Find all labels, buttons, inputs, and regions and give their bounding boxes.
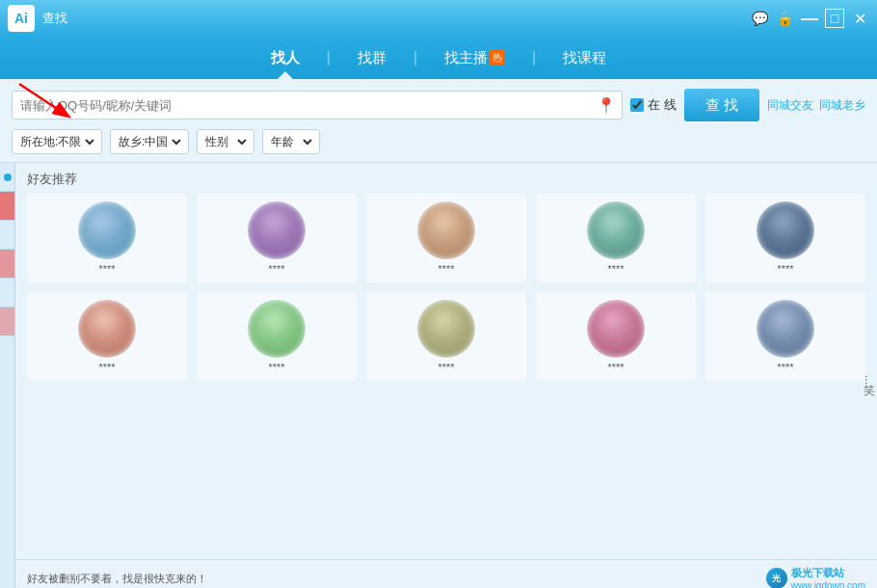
friend-name-10: ****	[777, 361, 793, 373]
tab-find-host[interactable]: 找主播 热	[417, 37, 532, 79]
online-label: 在 线	[648, 96, 677, 114]
hometown-filter[interactable]: 故乡:中国	[110, 129, 189, 154]
nav-bar: 找人 | 找群 | 找主播 热 | 找课程	[0, 37, 877, 79]
friend-card-4[interactable]: ****	[536, 194, 696, 282]
sidebar-indicator-3	[0, 221, 14, 250]
friend-card-10[interactable]: ****	[705, 292, 865, 381]
watermark: 光 极光下载站 www.jgdown.com	[766, 566, 865, 588]
right-edge-text: 笑...	[861, 375, 877, 385]
friend-avatar-9	[587, 300, 645, 358]
friend-avatar-7	[248, 300, 306, 358]
tab-find-course[interactable]: 找课程	[536, 37, 633, 79]
sidebar-indicator-1	[0, 163, 14, 192]
friend-name-2: ****	[268, 263, 284, 275]
nearby-links: 同城交友 同城老乡	[767, 97, 865, 114]
app-logo: Ai	[8, 5, 35, 32]
sidebar-indicator-2	[0, 192, 14, 221]
sidebar-dot-1	[4, 174, 12, 181]
location-select[interactable]: 所在地:不限	[16, 134, 97, 149]
gender-select[interactable]: 性别	[201, 134, 250, 149]
title-bar: Ai 查找 💬 🔒 — □ ✕	[0, 0, 877, 37]
search-input[interactable]	[13, 92, 622, 119]
watermark-url: www.jgdown.com	[791, 580, 865, 588]
sidebar-indicator-5	[0, 279, 14, 307]
friend-card-1[interactable]: ****	[27, 194, 187, 282]
friend-name-4: ****	[607, 263, 624, 275]
friend-card-6[interactable]: ****	[27, 292, 187, 381]
tab-find-person[interactable]: 找人	[244, 37, 327, 79]
friend-name-8: ****	[438, 361, 454, 373]
gender-filter[interactable]: 性别	[197, 129, 254, 154]
title-bar-text: 查找	[42, 10, 67, 27]
maximize-button[interactable]: □	[825, 9, 844, 28]
friend-card-8[interactable]: ****	[366, 292, 526, 381]
watermark-logo-circle: 光	[766, 568, 787, 588]
friend-name-7: ****	[268, 361, 284, 373]
friend-avatar-10	[757, 300, 814, 358]
hot-badge: 热	[490, 50, 505, 66]
age-filter[interactable]: 年龄	[262, 129, 320, 154]
friend-avatar-1	[78, 201, 136, 259]
minimize-button[interactable]: —	[800, 9, 819, 28]
hometown-select[interactable]: 故乡:中国	[115, 134, 184, 149]
watermark-site: 极光下载站	[791, 566, 865, 580]
friend-name-6: ****	[98, 361, 115, 373]
online-checkbox-group: 在 线	[630, 96, 677, 114]
search-area: 📍 在 线 查 找 同城交友 同城老乡 所在地:不限 故乡:中国 性别	[0, 79, 877, 163]
friend-name-5: ****	[777, 263, 793, 275]
friend-avatar-8	[417, 300, 475, 358]
friend-name-3: ****	[438, 263, 454, 275]
bottom-bar: 好友被删别不要着，找是很快克来的！ 光 极光下载站 www.jgdown.com	[15, 559, 877, 588]
online-checkbox[interactable]	[630, 98, 644, 112]
friend-card-3[interactable]: ****	[366, 194, 526, 282]
search-button[interactable]: 查 找	[684, 89, 759, 121]
location-filter[interactable]: 所在地:不限	[12, 129, 102, 154]
friends-grid: **** **** **** ****	[15, 194, 877, 390]
bottom-notice: 好友被删别不要着，找是很快克来的！	[27, 572, 207, 586]
friend-avatar-3	[417, 201, 475, 259]
friend-name-1: ****	[98, 263, 115, 275]
nearby-hometown-link[interactable]: 同城老乡	[819, 97, 865, 114]
window-controls: 💬 🔒 — □ ✕	[750, 9, 869, 28]
search-row2: 所在地:不限 故乡:中国 性别 年龄	[12, 129, 865, 154]
friend-card-2[interactable]: ****	[197, 194, 357, 282]
friend-card-9[interactable]: ****	[536, 292, 696, 381]
sidebar-indicator-6	[0, 307, 14, 336]
search-input-wrap: 📍	[12, 91, 623, 120]
content-area: 好友推荐 **** **** ****	[15, 163, 877, 588]
friend-avatar-2	[248, 201, 306, 259]
nearby-friends-link[interactable]: 同城交友	[767, 97, 813, 114]
friend-avatar-4	[587, 201, 645, 259]
watermark-text-block: 极光下载站 www.jgdown.com	[791, 566, 865, 588]
location-icon: 📍	[597, 96, 616, 115]
search-row1: 📍 在 线 查 找 同城交友 同城老乡	[12, 89, 865, 121]
tab-find-group[interactable]: 找群	[331, 37, 413, 79]
age-select[interactable]: 年龄	[267, 134, 315, 149]
friend-avatar-5	[757, 201, 814, 259]
friend-card-5[interactable]: ****	[705, 194, 865, 282]
close-button[interactable]: ✕	[850, 9, 869, 28]
lock-icon[interactable]: 🔒	[775, 9, 794, 28]
friend-avatar-6	[78, 300, 136, 358]
main-area: 好友推荐 **** **** ****	[0, 163, 877, 588]
left-sidebar	[0, 163, 15, 588]
sidebar-indicator-4	[0, 250, 14, 279]
friend-name-9: ****	[607, 361, 624, 373]
message-icon[interactable]: 💬	[750, 9, 769, 28]
section-title: 好友推荐	[15, 163, 877, 194]
friend-card-7[interactable]: ****	[197, 292, 357, 381]
